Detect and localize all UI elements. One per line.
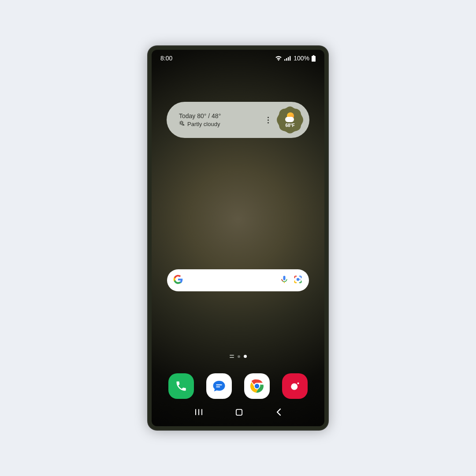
phone-app[interactable] xyxy=(168,373,194,399)
svg-line-14 xyxy=(182,121,183,122)
camera-app[interactable] xyxy=(282,373,308,399)
device-frame: 8:00 100% Today 80° / 48° xyxy=(148,46,328,430)
wifi-icon xyxy=(275,56,282,61)
weather-today-temps: Today 80° / 48° xyxy=(179,112,263,119)
battery-percent: 100% xyxy=(294,55,309,62)
mic-icon[interactable] xyxy=(280,275,289,286)
weather-condition: Partly cloudy xyxy=(187,121,220,127)
svg-line-11 xyxy=(180,121,180,122)
back-button[interactable] xyxy=(275,408,282,418)
partly-cloudy-icon xyxy=(179,120,186,128)
weather-widget[interactable]: Today 80° / 48° Partly cloudy xyxy=(167,102,309,138)
battery-icon xyxy=(312,55,316,62)
page-dot-1[interactable] xyxy=(238,355,240,358)
svg-rect-19 xyxy=(216,384,222,385)
apps-list-icon[interactable] xyxy=(230,355,234,358)
google-search-bar[interactable] xyxy=(167,269,309,291)
svg-rect-29 xyxy=(236,409,242,415)
status-bar[interactable]: 8:00 100% xyxy=(152,50,324,67)
more-options-button[interactable] xyxy=(263,117,273,123)
svg-point-18 xyxy=(299,279,300,280)
svg-rect-1 xyxy=(286,58,287,61)
weather-badge-temp: 68°F xyxy=(285,123,294,128)
svg-point-24 xyxy=(291,383,298,390)
messages-app[interactable] xyxy=(206,373,232,399)
svg-rect-15 xyxy=(283,276,286,280)
svg-point-17 xyxy=(297,278,299,281)
sun-cloud-icon xyxy=(285,112,295,122)
page-indicator[interactable] xyxy=(152,355,324,358)
svg-point-25 xyxy=(298,383,299,384)
google-g-icon xyxy=(173,275,183,286)
status-clock: 8:00 xyxy=(160,55,172,62)
svg-rect-3 xyxy=(290,56,290,60)
svg-rect-2 xyxy=(288,57,289,61)
lens-icon[interactable] xyxy=(293,275,303,286)
system-nav-bar xyxy=(152,405,324,421)
svg-line-13 xyxy=(180,124,180,124)
page-dot-2[interactable] xyxy=(244,355,247,358)
svg-rect-0 xyxy=(284,59,285,60)
svg-rect-5 xyxy=(312,56,316,62)
signal-icon xyxy=(284,56,291,61)
chrome-app[interactable] xyxy=(244,373,270,399)
svg-point-6 xyxy=(180,122,182,124)
weather-badge[interactable]: 68°F xyxy=(275,105,305,135)
recents-button[interactable] xyxy=(194,409,203,417)
home-button[interactable] xyxy=(235,409,243,418)
svg-point-23 xyxy=(255,384,259,388)
svg-rect-20 xyxy=(216,387,220,387)
dock xyxy=(152,373,324,399)
svg-rect-4 xyxy=(313,55,315,56)
home-screen[interactable]: 8:00 100% Today 80° / 48° xyxy=(152,50,324,426)
